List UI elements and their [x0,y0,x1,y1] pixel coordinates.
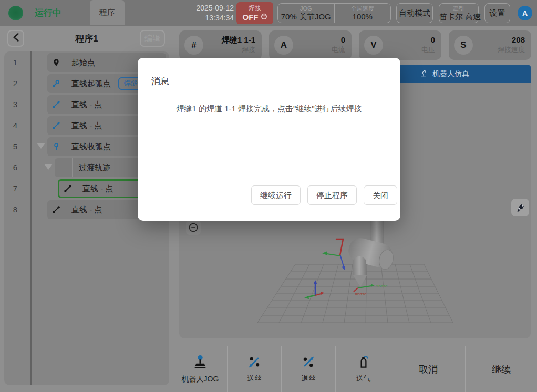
continue-run-button[interactable]: 继续运行 [251,185,301,205]
row-label: 直线 - 点 [76,181,113,197]
run-status-icon [8,6,23,20]
line-point-icon [59,181,76,197]
row-number: 2 [0,74,30,93]
speed-value: 208 [498,35,525,45]
settings-button[interactable]: 设置 [484,3,510,23]
drag-mode-button[interactable]: 牵引 笛卡尔 高速 [439,3,479,23]
row-number: 1 [0,53,30,72]
tile-speed: S 208 焊接速度 [449,30,531,60]
robot-view-button[interactable] [511,199,529,216]
jog-mode[interactable]: JOG 70% 关节JOG [278,4,334,23]
robot-jog-button[interactable]: 机器人JOG [173,346,228,392]
x-axis-label: Xbase [355,292,367,296]
power-icon [261,13,267,22]
voltage-value: 0 [421,35,435,45]
row-label: 直线 - 点 [65,95,102,114]
continue-button[interactable]: 继续 [466,346,537,392]
dialog-message: 焊缝1 的焊道 1-1 焊接完成，点击"继续"进行后续焊接 [138,104,400,114]
time-label: 13:34:34 [179,13,234,23]
row-label: 直线起弧点 [65,74,111,93]
y-axis-label: Ybase [376,284,388,288]
close-button[interactable]: 关闭 [364,185,397,205]
robot-sim-label: 机器人仿真 [432,69,469,79]
row-number: 7 [0,179,30,198]
wire-feed-button[interactable]: 送丝 [228,346,282,392]
row-label: 过渡轨迹 [73,158,110,177]
cancel-button[interactable]: 取消 [391,346,466,392]
message-dialog: 消息 焊缝1 的焊道 1-1 焊接完成，点击"继续"进行后续焊接 继续运行 停止… [138,58,400,221]
edit-button[interactable]: 编辑 [140,30,165,47]
current-value: 0 [332,35,345,45]
run-status-label: 运行中 [35,0,61,26]
base-axis-icon [304,280,324,299]
seam-label: 焊接 [222,45,255,55]
auto-mode-button[interactable]: 自动模式 [396,3,433,23]
speed-label: 焊接速度 [498,45,525,55]
weld-power-button[interactable]: 焊接 OFF [236,2,273,24]
dialog-title: 消息 [151,75,169,87]
zoom-out-button[interactable] [186,220,201,235]
seam-icon: # [184,36,203,55]
top-bar: 运行中 程序 2025-09-12 13:34:34 焊接 OFF JOG 70… [0,0,537,26]
volt-icon: V [364,36,383,55]
weld-power-state: OFF [243,13,259,22]
avatar[interactable]: A [518,6,532,20]
row-label: 直线收弧点 [65,137,111,156]
line-point-icon [47,200,65,219]
row-number: 4 [0,116,30,135]
row-label: 起始点 [65,53,95,72]
list-divider [30,51,32,385]
tab-program[interactable]: 程序 [90,0,125,25]
row-number: 5 [0,137,30,156]
arc-end-icon [47,137,65,156]
wire-retract-button[interactable]: 退丝 [282,346,336,392]
row-number: 6 [0,158,30,177]
speed-icon: S [454,36,473,55]
row-number: 3 [0,95,30,114]
row-number: 8 [0,200,30,219]
arc-start-icon [47,74,65,93]
row-label: 直线 - 点 [65,200,102,219]
tile-current: A 0 电流 [269,30,352,60]
line-point-icon [47,95,65,114]
line-point-icon [47,116,65,135]
joystick-icon [192,354,208,372]
location-pin-icon [47,53,65,72]
gas-button[interactable]: 送气 [336,346,391,392]
wire-feed-icon [247,355,262,372]
tool-axis-icon: Ybase Xbase [354,284,388,296]
jog-speed-group[interactable]: JOG 70% 关节JOG 全局速度 100% [277,3,391,23]
tile-weld-seam: # 焊缝1 1-1 焊接 [179,30,262,60]
empty-icon-cell [55,158,73,177]
seam-title: 焊缝1 1-1 [222,35,255,45]
row-label: 直线 - 点 [65,116,102,135]
voltage-label: 电压 [421,45,435,55]
bottom-toolbar: 机器人JOG 送丝 退丝 送气 [173,346,537,392]
ampere-icon: A [274,36,293,55]
current-label: 电流 [332,45,345,55]
expander-icon[interactable] [44,164,53,170]
robot-sim-icon [420,69,429,79]
date-label: 2025-09-12 [179,3,234,13]
global-speed[interactable]: 全局速度 100% [334,4,391,23]
tcp-axis-icon [322,239,345,270]
tile-voltage: V 0 电压 [359,30,441,60]
gas-bottle-icon [356,355,371,372]
wire-retract-icon [301,355,316,372]
datetime: 2025-09-12 13:34:34 [179,3,234,23]
expander-icon[interactable] [37,143,45,149]
weld-power-title: 焊接 [236,4,273,13]
stop-program-button[interactable]: 停止程序 [307,185,357,205]
